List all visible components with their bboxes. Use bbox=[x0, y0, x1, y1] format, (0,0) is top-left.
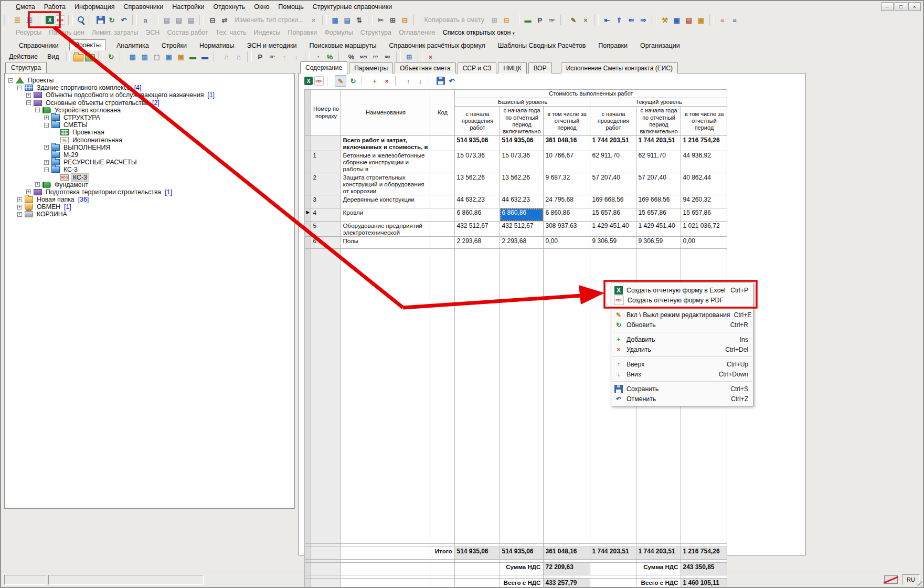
menu-item-2[interactable]: Работа bbox=[44, 3, 66, 10]
sort-rows-icon[interactable]: ⇅ bbox=[354, 15, 365, 25]
undo-icon[interactable]: ↶ bbox=[119, 15, 129, 25]
cell-value[interactable]: 1 021 036,72 bbox=[681, 222, 727, 237]
refresh-tree-icon[interactable]: ↻ bbox=[106, 51, 116, 62]
section-tab-3[interactable]: Аналитика bbox=[114, 41, 151, 50]
hierarchy-add-icon[interactable]: ☰ bbox=[24, 15, 35, 25]
doc-pr-icon[interactable]: ПР bbox=[267, 51, 278, 62]
cell-num[interactable]: 5 bbox=[311, 222, 341, 237]
person-percent-icon[interactable]: ◔ bbox=[313, 51, 323, 62]
tab-3[interactable]: Объектная смета bbox=[395, 62, 456, 74]
cell-value[interactable]: 10 766,67 bbox=[544, 151, 590, 173]
tree-item[interactable]: −Устройство котлована bbox=[6, 107, 293, 114]
cell-value[interactable]: 432 512,67 bbox=[455, 222, 500, 237]
tree-item[interactable]: +РЕСУРСНЫЕ РАСЧЕТЫ bbox=[6, 159, 293, 166]
menu-item-6[interactable]: Отдохнуть bbox=[214, 3, 246, 10]
collapse-icon[interactable]: − bbox=[44, 167, 49, 172]
pdf-report-icon[interactable]: PDF bbox=[314, 76, 324, 86]
cell-value[interactable]: 6 860,86 bbox=[455, 208, 500, 222]
tree-item[interactable]: −Основные объекты строительства[2] bbox=[6, 99, 293, 107]
row-copy-icon[interactable]: ▤ bbox=[174, 15, 184, 25]
panel-tab-7[interactable]: Индексы bbox=[254, 29, 281, 36]
cell-value[interactable]: 169 668,56 bbox=[590, 195, 636, 208]
excel-report-icon[interactable]: X bbox=[304, 77, 313, 85]
cell-code[interactable] bbox=[430, 151, 455, 173]
tab-2[interactable]: Параметры bbox=[349, 62, 393, 74]
panel-tab-11[interactable]: Оглавление bbox=[399, 29, 436, 36]
section-tab-6[interactable]: ЭСН и методики bbox=[245, 41, 299, 50]
panel-tab-5[interactable]: Состав работ bbox=[167, 29, 208, 36]
section-tab-7[interactable]: Поисковые маршруты bbox=[307, 41, 379, 50]
collapse-icon[interactable]: − bbox=[44, 123, 49, 128]
row-delete-icon[interactable]: × bbox=[580, 15, 591, 25]
panel-tab-3[interactable]: Лимит. затраты bbox=[92, 29, 139, 36]
clear-row-icon[interactable]: × bbox=[309, 15, 319, 25]
menu-item-7[interactable]: Окно bbox=[254, 3, 269, 10]
table-person-icon[interactable]: ▦ bbox=[330, 15, 341, 25]
cell-num[interactable]: 6 bbox=[311, 237, 341, 249]
cell-value[interactable]: 432 512,67 bbox=[500, 222, 544, 237]
fz-doc-icon[interactable]: ФЗ bbox=[383, 51, 393, 62]
empty-cell[interactable] bbox=[341, 249, 430, 544]
cell-name[interactable]: Кровли bbox=[341, 208, 430, 222]
menu-down[interactable]: ↓ВнизCtrl+Down bbox=[611, 369, 753, 379]
resources-icon[interactable]: ⚒ bbox=[660, 15, 670, 25]
expand-icon[interactable]: + bbox=[26, 93, 31, 98]
collapse-icon[interactable]: − bbox=[17, 86, 22, 90]
doc-p-icon[interactable]: P bbox=[535, 15, 545, 25]
save-icon[interactable] bbox=[97, 16, 105, 24]
tree-item[interactable]: −Проекты bbox=[6, 77, 293, 84]
add-row-icon[interactable]: + bbox=[369, 76, 380, 86]
cell-value[interactable]: 6 860,86 bbox=[544, 208, 590, 222]
doc-folder-icon[interactable]: ▣ bbox=[176, 51, 186, 62]
cell-value[interactable]: 1 744 203,51 bbox=[590, 136, 636, 151]
cell-value[interactable]: 62 911,70 bbox=[636, 151, 681, 173]
row-comment-icon[interactable]: ▤ bbox=[186, 15, 196, 25]
empty-cell[interactable] bbox=[500, 249, 544, 544]
tab-4[interactable]: ССР и СЗ bbox=[458, 62, 497, 74]
move-up-icon[interactable]: ↑ bbox=[279, 51, 290, 62]
tree-item[interactable]: −Здание спортивного комплекса[4] bbox=[6, 84, 293, 91]
section-tab-8[interactable]: Справочник расчётных формул bbox=[387, 41, 487, 50]
cell-value[interactable]: 62 911,70 bbox=[590, 151, 636, 173]
action-menu-2[interactable]: Вид bbox=[47, 53, 59, 60]
cell-value[interactable]: 15 657,86 bbox=[636, 208, 681, 222]
cell-num[interactable]: 2 bbox=[311, 173, 341, 195]
print-icon[interactable]: ⊟ bbox=[207, 15, 218, 25]
tree-item[interactable]: +ОБМЕН[1] bbox=[6, 203, 293, 211]
menu-refresh[interactable]: ↻ОбновитьCtrl+R bbox=[611, 320, 753, 330]
cell-value[interactable]: 9 687,32 bbox=[544, 173, 590, 195]
cell-value[interactable]: 9 306,59 bbox=[636, 237, 681, 249]
empty-cell[interactable] bbox=[544, 249, 590, 544]
expand-icon[interactable]: + bbox=[35, 182, 40, 187]
menu-create-pdf[interactable]: PDFСоздать отчетную форму в PDF bbox=[611, 295, 753, 305]
search-icon[interactable] bbox=[76, 15, 86, 25]
cut-icon[interactable]: ✂ bbox=[376, 15, 386, 25]
cell-value[interactable]: 308 937,63 bbox=[544, 222, 590, 237]
close-button[interactable]: × bbox=[908, 2, 921, 11]
tree-item[interactable]: +Объекты подсобного и обслуживающего наз… bbox=[6, 91, 293, 99]
cell-value[interactable]: 13 562,26 bbox=[500, 173, 544, 195]
cell-value[interactable]: 44 632,23 bbox=[500, 195, 544, 208]
materials-icon[interactable]: ▤ bbox=[684, 15, 694, 25]
pdf-icon[interactable]: PDF bbox=[56, 15, 65, 25]
excel-icon[interactable]: X bbox=[46, 16, 54, 24]
panel-tab-4[interactable]: ЭСН bbox=[145, 29, 160, 36]
cell-value[interactable]: 2 293,68 bbox=[455, 237, 500, 249]
cell-value[interactable]: 169 668,56 bbox=[636, 195, 681, 208]
tab-7[interactable]: Исполнение Сметы контракта (ЕИС) bbox=[561, 62, 678, 74]
m29-doc-icon[interactable]: М29 bbox=[358, 51, 369, 62]
tree-item[interactable]: +Новая папка[36] bbox=[6, 196, 293, 203]
cell-value[interactable]: 361 048,16 bbox=[544, 136, 590, 151]
tree-item[interactable]: +КОРЗИНА bbox=[6, 211, 293, 218]
menu-item-1[interactable]: Смета bbox=[16, 3, 35, 10]
cell-name[interactable]: Всего работ и затрат, включаемых в стоим… bbox=[341, 136, 430, 151]
book-truck-icon[interactable]: ▬ bbox=[200, 51, 210, 62]
cell-value[interactable]: 13 562,26 bbox=[455, 173, 500, 195]
move-down-icon[interactable]: ↓ bbox=[415, 76, 426, 86]
cell-num[interactable]: 3 bbox=[311, 195, 341, 208]
close-tab-icon[interactable]: × bbox=[426, 51, 436, 62]
maximize-button[interactable]: □ bbox=[895, 2, 907, 11]
collapse-icon[interactable]: − bbox=[26, 100, 31, 105]
indent-icon[interactable]: ⇒ bbox=[638, 15, 649, 25]
refresh-icon[interactable]: ↻ bbox=[348, 76, 358, 86]
